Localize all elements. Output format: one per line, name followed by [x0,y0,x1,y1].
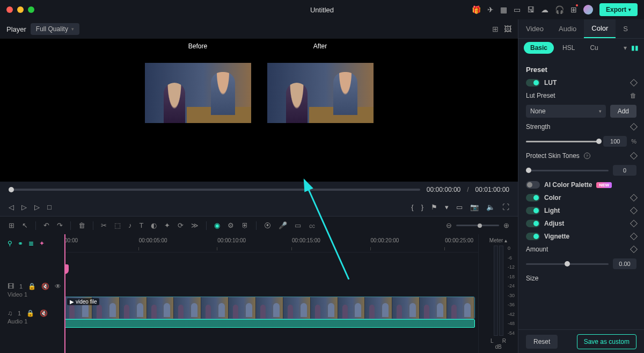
ai-palette-toggle[interactable] [526,181,540,189]
tab-color[interactable]: Color [584,19,616,38]
cc-icon[interactable]: ㏄ [309,221,316,230]
subtab-basic[interactable]: Basic [524,42,554,54]
pointer-icon[interactable]: ↖ [22,221,28,229]
mask-icon[interactable]: ◐ [151,221,157,229]
audio-track-icon[interactable]: ♫ [8,309,12,317]
trash-icon[interactable]: 🗑 [630,92,636,99]
subtab-curves[interactable]: Cu [583,42,604,54]
lut-keyframe[interactable] [630,79,638,87]
subtab-chevron-icon[interactable]: ▾ [624,44,627,52]
compare-icon[interactable]: ▮▮ [631,44,639,52]
strength-keyframe[interactable] [630,123,638,131]
skin-keyframe[interactable] [630,152,638,160]
add-lut-button[interactable]: Add [610,105,636,118]
crop-icon[interactable]: ⬚ [114,221,121,229]
layers-icon[interactable]: ≣ [28,240,34,247]
vignette-toggle[interactable] [526,233,540,240]
cloud-icon[interactable]: ☁ [541,5,548,14]
mic-icon[interactable]: 🎤 [279,221,287,229]
ai-icon[interactable]: ◉ [214,221,220,229]
save-icon[interactable]: 🖫 [527,5,535,14]
redo-icon[interactable]: ↷ [57,221,63,229]
picture-icon[interactable]: 🖼 [504,25,511,33]
tab-speed[interactable]: S [616,19,635,38]
zoom-slider[interactable] [456,225,499,226]
play-icon[interactable]: ▷ [21,203,27,211]
marker-icon[interactable]: ⚑ [431,203,437,211]
tab-video[interactable]: Video [518,19,551,38]
undo-icon[interactable]: ↶ [43,221,49,229]
play-forward-icon[interactable]: ▷ [34,203,40,211]
adjust-toggle[interactable] [526,220,540,227]
grid-view-icon[interactable]: ⊞ [492,25,499,33]
effects-icon[interactable]: ✦ [164,221,170,229]
gear-icon[interactable]: ⚙ [228,221,234,229]
screen-icon[interactable]: ▭ [456,203,463,211]
music-icon[interactable]: ♪ [128,221,132,229]
marker-pink-icon[interactable]: ✦ [39,240,45,247]
maximize-window[interactable] [28,6,34,13]
cut-icon[interactable]: ✂ [101,221,107,229]
lut-toggle[interactable] [526,79,540,87]
snapshot-icon[interactable]: 📷 [470,203,479,211]
user-avatar[interactable] [583,5,593,15]
subtab-hsl[interactable]: HSL [556,42,581,54]
export-button[interactable]: Export▾ [599,3,638,16]
fullscreen-icon[interactable]: ⛶ [502,203,509,211]
link-icon[interactable]: ⚭ [18,240,23,247]
meter-label[interactable]: Meter ▴ [489,237,507,243]
amount-keyframe[interactable] [630,246,638,253]
light-keyframe[interactable] [630,207,638,214]
strength-value[interactable]: 100 [603,136,627,147]
color-toggle[interactable] [526,194,540,201]
chevron-down-icon[interactable]: ▾ [445,203,449,211]
screen-record-icon[interactable]: ▭ [295,221,301,229]
delete-icon[interactable]: 🗑 [78,221,85,229]
audio-mute-icon[interactable]: 🔇 [40,309,48,317]
close-window[interactable] [6,6,13,13]
eye-icon[interactable]: 👁 [55,283,61,290]
volume-icon[interactable]: 🔈 [486,203,495,211]
bracket-close-icon[interactable]: } [421,203,423,211]
color-keyframe[interactable] [630,194,638,201]
zoom-out-icon[interactable]: ⊖ [446,221,452,229]
library-icon[interactable]: ▦ [500,5,507,14]
stop-icon[interactable]: □ [47,203,52,211]
scrub-track[interactable] [9,189,420,191]
magnet-icon[interactable]: ⚲ [8,240,12,247]
light-toggle[interactable] [526,207,540,214]
time-ruler[interactable]: 00:0000:00:05:0000:00:10:0000:00:15:0000… [64,234,478,253]
zoom-in-icon[interactable]: ⊕ [503,221,509,229]
prev-frame-icon[interactable]: ◁ [9,203,14,211]
record-icon[interactable]: ⦿ [264,221,271,229]
speed-icon[interactable]: ⟳ [178,221,184,229]
video-clip[interactable]: ▶ video file [64,297,475,319]
grid-icon[interactable]: ⊞ [9,221,14,229]
save-custom-button[interactable]: Save as custom [577,334,636,349]
lut-preset-select[interactable]: None▾ [526,105,606,118]
video-track-icon[interactable]: 🎞 [8,283,14,290]
text-icon[interactable]: T [140,221,144,229]
amount-value[interactable]: 0.00 [613,258,636,269]
more-icon[interactable]: ≫ [191,221,199,229]
scrub-thumb[interactable] [9,187,14,192]
audio-clip[interactable] [64,319,475,328]
skin-value[interactable]: 0 [613,165,636,176]
strength-slider[interactable] [526,141,599,142]
skin-slider[interactable] [526,170,609,171]
lock-icon[interactable]: 🔒 [28,283,36,290]
audio-lock-icon[interactable]: 🔒 [26,309,34,317]
apps-icon[interactable]: ⊞ [570,5,577,14]
mute-icon[interactable]: 🔇 [41,283,49,290]
display-icon[interactable]: ▭ [514,5,521,14]
vignette-keyframe[interactable] [630,233,638,240]
amount-slider[interactable] [526,263,609,265]
shield-icon[interactable]: ⛨ [241,221,248,229]
tab-audio[interactable]: Audio [551,19,584,38]
playhead[interactable] [64,234,65,353]
info-icon[interactable]: ? [584,153,590,159]
gift-icon[interactable]: 🎁 [472,5,481,14]
headphones-icon[interactable]: 🎧 [555,5,564,14]
bracket-open-icon[interactable]: { [411,203,413,211]
adjust-keyframe[interactable] [630,220,638,227]
